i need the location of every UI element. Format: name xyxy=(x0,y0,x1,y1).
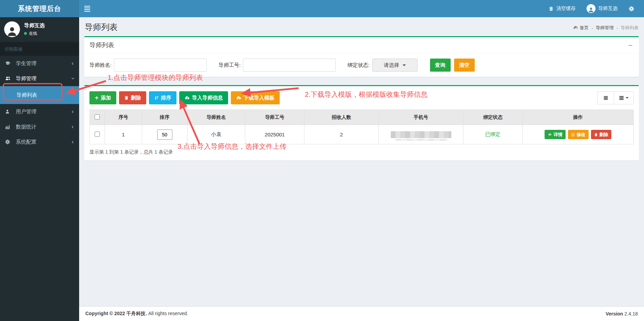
chevron-left-icon: ‹ xyxy=(72,123,74,130)
user-icon xyxy=(5,109,13,114)
grid-icon xyxy=(619,95,624,100)
breadcrumb-section[interactable]: 导师管理 xyxy=(596,25,614,31)
clear-cache-button[interactable]: 清空缓存 xyxy=(543,0,581,17)
sort-amount-icon xyxy=(154,95,159,100)
table-row: 1 小袁 2025001 2 已绑定 详情 xyxy=(90,125,634,144)
chevron-left-icon: ‹ xyxy=(72,138,74,145)
copyright: Copyright © 2022 千舟科技. All rights reserv… xyxy=(85,311,188,317)
detail-button[interactable]: 详情 xyxy=(545,130,566,139)
search-panel-title: 导师列表 xyxy=(84,37,639,53)
sidebar-user-panel: 导师互选 在线 xyxy=(0,17,79,42)
list-icon xyxy=(603,95,609,100)
trash-icon xyxy=(549,6,554,11)
sidebar-user-name: 导师互选 xyxy=(24,22,45,29)
clear-button[interactable]: 清空 xyxy=(454,59,475,72)
cloud-upload-icon xyxy=(184,95,190,100)
teacher-name-label: 导师姓名: xyxy=(89,62,111,69)
online-status: 在线 xyxy=(24,31,45,37)
content-header: 导师列表 首页 › 导师管理 › 导师列表 xyxy=(79,17,644,36)
search-panel: 导师列表 导师姓名: 导师工号: 绑定状态: 请选择 查询 清空 xyxy=(84,36,639,77)
caret-down-icon xyxy=(402,64,406,66)
navbar: 清空缓存 导师互选 xyxy=(79,0,644,17)
annotation-step1: 1.点击导师管理模块的导师列表 xyxy=(108,73,203,82)
table-header-row: 序号 排序 导师姓名 导师工号 招收人数 手机号 绑定状态 操作 xyxy=(90,110,634,125)
row-quota: 2 xyxy=(304,125,379,144)
columns-button[interactable] xyxy=(614,91,634,104)
row-checkbox[interactable] xyxy=(95,132,100,137)
sidebar-item-system-config[interactable]: 系统配置 ‹ xyxy=(0,134,79,149)
bind-status-select[interactable]: 请选择 xyxy=(372,59,418,72)
sidebar-item-student-management[interactable]: 学生管理 ‹ xyxy=(0,56,79,71)
teacher-table: 序号 排序 导师姓名 导师工号 招收人数 手机号 绑定状态 操作 1 xyxy=(89,110,634,144)
sidebar: 导师互选 在线 控制面板 学生管理 ‹ 导师管理 ‹ 导师列表 用户管理 ‹ xyxy=(0,17,79,321)
pagination-info: 显示第 1 到第 1 条记录，总共 1 条记录 xyxy=(89,149,634,155)
delete-button[interactable]: 删除 xyxy=(119,91,146,104)
annotation-step2: 2.下载导入模版，根据模版收集导师信息 xyxy=(305,90,428,99)
search-button[interactable]: 查询 xyxy=(430,59,451,72)
delete-row-button[interactable]: 删除 xyxy=(591,130,611,139)
version: Version 2.4.18 xyxy=(606,311,638,317)
avatar xyxy=(4,21,20,37)
sidebar-item-user-management[interactable]: 用户管理 ‹ xyxy=(0,104,79,119)
minus-icon xyxy=(629,45,632,46)
row-index: 1 xyxy=(105,125,142,144)
dashboard-icon xyxy=(573,25,578,30)
trash-icon xyxy=(124,95,129,100)
cogs-icon xyxy=(629,6,634,12)
annotation-step3: 3.点击导入导师信息，选择文件上传 xyxy=(178,142,287,151)
pencil-square-icon xyxy=(571,133,575,137)
row-sort-input[interactable] xyxy=(157,130,172,140)
add-button[interactable]: 添加 xyxy=(89,91,116,104)
download-template-button[interactable]: 下载导入模板 xyxy=(231,91,280,104)
sidebar-item-teacher-list[interactable]: 导师列表 xyxy=(0,86,79,104)
sidebar-item-teacher-management[interactable]: 导师管理 ‹ xyxy=(0,71,79,86)
users-icon xyxy=(5,76,13,81)
main-content: 导师列表 首页 › 导师管理 › 导师列表 导师列表 导师姓名: 导师工 xyxy=(79,17,644,306)
collapse-button[interactable] xyxy=(626,42,634,49)
row-teacher-no: 2025001 xyxy=(245,125,304,144)
cloud-download-icon xyxy=(236,95,242,100)
edit-button[interactable]: 修改 xyxy=(568,130,589,139)
sidebar-item-data-statistics[interactable]: 数据统计 ‹ xyxy=(0,119,79,134)
bind-status-label: 绑定状态: xyxy=(347,62,369,69)
table-view-toggle-group xyxy=(597,91,634,104)
sort-button[interactable]: 排序 xyxy=(149,91,176,104)
teacher-name-input[interactable] xyxy=(114,59,207,72)
caret-down-icon xyxy=(626,97,629,99)
row-bind-status: 已绑定 xyxy=(463,125,523,144)
chevron-left-icon: ‹ xyxy=(72,60,74,67)
chevron-down-icon: ‹ xyxy=(69,77,76,80)
user-menu[interactable]: 导师互选 xyxy=(581,0,623,17)
online-dot-icon xyxy=(24,32,27,35)
row-teacher-name: 小袁 xyxy=(187,125,245,144)
teacher-no-label: 导师工号: xyxy=(218,62,240,69)
row-phone-redacted xyxy=(391,131,451,138)
teacher-no-input[interactable] xyxy=(243,59,336,72)
trash-icon xyxy=(594,133,598,137)
bar-chart-icon xyxy=(5,124,13,130)
footer: Copyright © 2022 千舟科技. All rights reserv… xyxy=(79,306,644,321)
breadcrumb: 首页 › 导师管理 › 导师列表 xyxy=(573,25,638,31)
breadcrumb-home[interactable]: 首页 xyxy=(573,25,589,31)
breadcrumb-current: 导师列表 xyxy=(621,25,638,31)
select-all-checkbox[interactable] xyxy=(95,114,100,120)
top-header: 系统管理后台 清空缓存 导师互选 xyxy=(0,0,644,17)
toggle-view-button[interactable] xyxy=(597,91,614,104)
cogs-icon xyxy=(5,139,13,145)
sidebar-toggle-button[interactable] xyxy=(79,0,95,17)
navbar-right: 清空缓存 导师互选 xyxy=(543,0,640,17)
chevron-left-icon: ‹ xyxy=(72,108,74,115)
app-logo[interactable]: 系统管理后台 xyxy=(0,0,79,17)
eye-icon xyxy=(548,133,552,136)
menu-icon xyxy=(84,6,90,7)
user-avatar-icon xyxy=(587,4,595,13)
graduation-cap-icon xyxy=(5,61,13,66)
import-teacher-button[interactable]: 导入导师信息 xyxy=(179,91,228,104)
plus-icon xyxy=(95,96,99,100)
page-title: 导师列表 xyxy=(85,22,638,33)
sidebar-section-label: 控制面板 xyxy=(0,42,79,56)
settings-button[interactable] xyxy=(623,0,640,17)
